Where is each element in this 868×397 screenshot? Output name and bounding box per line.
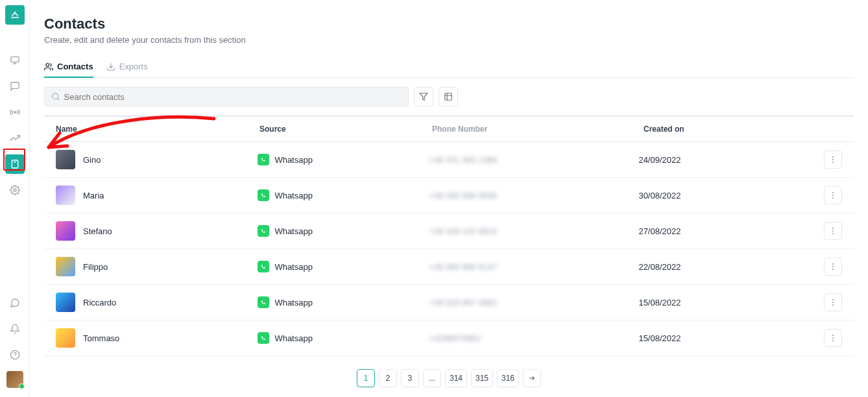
search-wrap xyxy=(44,87,409,106)
toolbar xyxy=(44,87,854,106)
contact-phone: +39 331 365 1388 xyxy=(429,155,638,165)
nav-settings-icon[interactable] xyxy=(5,180,25,200)
contact-phone: +3298970862 xyxy=(429,333,638,343)
nav-display-icon[interactable] xyxy=(5,51,25,70)
tabs: Contacts Exports xyxy=(44,56,854,78)
row-actions-button[interactable] xyxy=(824,329,842,347)
table-row[interactable]: Riccardo Whatsapp +39 529 897 0882 15/08… xyxy=(44,285,854,320)
contact-source: Whatsapp xyxy=(274,333,313,343)
columns-button[interactable] xyxy=(439,87,458,106)
row-actions-button[interactable] xyxy=(824,258,842,276)
svg-rect-2 xyxy=(12,160,18,168)
svg-rect-8 xyxy=(445,93,452,101)
contacts-table: Name Source Phone Number Created on Gino… xyxy=(44,115,854,356)
contact-avatar xyxy=(56,293,75,312)
more-vertical-icon xyxy=(828,226,838,235)
columns-icon xyxy=(444,92,453,101)
tab-exports-label: Exports xyxy=(119,62,148,71)
more-vertical-icon xyxy=(828,333,838,343)
contact-created: 15/08/2022 xyxy=(638,298,824,307)
page-next-button[interactable] xyxy=(523,369,541,387)
user-avatar[interactable] xyxy=(6,371,23,388)
whatsapp-icon xyxy=(258,225,269,237)
whatsapp-icon xyxy=(258,189,269,201)
svg-point-1 xyxy=(14,112,16,114)
contact-phone: +39 369 989 8147 xyxy=(429,262,638,272)
svg-point-14 xyxy=(832,197,834,198)
table-row[interactable]: Stefano Whatsapp +39 349 232 9815 27/08/… xyxy=(44,213,854,249)
contact-name: Filippo xyxy=(83,262,108,272)
table-row[interactable]: Maria Whatsapp +39 345 586 9555 30/08/20… xyxy=(44,178,854,213)
page-316-button[interactable]: 316 xyxy=(497,369,519,387)
svg-point-22 xyxy=(832,302,834,303)
svg-rect-0 xyxy=(11,57,19,62)
svg-point-19 xyxy=(832,266,834,267)
row-actions-button[interactable] xyxy=(824,150,842,169)
table-row[interactable]: Gino Whatsapp +39 331 365 1388 24/09/202… xyxy=(44,142,854,178)
contact-phone: +39 345 586 9555 xyxy=(429,191,638,200)
more-vertical-icon xyxy=(828,262,838,271)
page-3-button[interactable]: 3 xyxy=(401,369,419,387)
page-1-button[interactable]: 1 xyxy=(357,369,375,387)
contact-source: Whatsapp xyxy=(274,191,313,200)
app-logo xyxy=(5,5,25,25)
svg-point-20 xyxy=(832,269,834,270)
svg-point-12 xyxy=(832,192,834,193)
col-phone: Phone Number xyxy=(432,125,644,134)
contact-created: 27/08/2022 xyxy=(638,226,824,236)
contact-name: Tommaso xyxy=(83,333,119,343)
nav-help-icon[interactable] xyxy=(5,345,25,365)
contact-avatar xyxy=(56,150,75,169)
nav-chat-icon[interactable] xyxy=(5,77,25,96)
filter-button[interactable] xyxy=(414,87,433,106)
col-created: Created on xyxy=(644,125,830,134)
whatsapp-icon xyxy=(258,261,269,272)
contact-created: 30/08/2022 xyxy=(638,191,824,200)
svg-point-24 xyxy=(832,335,834,336)
filter-icon xyxy=(419,92,428,101)
page-315-button[interactable]: 315 xyxy=(471,369,493,387)
page-title: Contacts xyxy=(44,16,868,32)
nav-activity-icon[interactable] xyxy=(5,128,25,148)
contact-created: 15/08/2022 xyxy=(638,333,824,343)
svg-point-15 xyxy=(832,228,834,229)
svg-point-9 xyxy=(832,156,834,158)
contact-avatar xyxy=(56,257,75,276)
svg-point-25 xyxy=(832,337,834,339)
contact-name: Stefano xyxy=(83,226,112,236)
table-row[interactable]: Tommaso Whatsapp +3298970862 15/08/2022 xyxy=(44,320,854,356)
whatsapp-icon xyxy=(258,332,269,344)
download-icon xyxy=(106,62,115,71)
contact-name: Gino xyxy=(83,155,101,165)
table-row[interactable]: Filippo Whatsapp +39 369 989 8147 22/08/… xyxy=(44,249,854,285)
contact-avatar xyxy=(56,186,75,205)
svg-point-6 xyxy=(53,93,58,99)
contact-source: Whatsapp xyxy=(274,226,313,236)
nav-whatsapp-icon[interactable] xyxy=(5,293,25,313)
table-header-row: Name Source Phone Number Created on xyxy=(44,117,854,142)
nav-broadcast-icon[interactable] xyxy=(5,102,25,122)
svg-point-5 xyxy=(46,63,49,66)
contact-phone: +39 349 232 9815 xyxy=(429,226,638,236)
contact-name: Maria xyxy=(83,191,104,200)
row-actions-button[interactable] xyxy=(824,293,842,311)
svg-point-13 xyxy=(832,195,834,196)
row-actions-button[interactable] xyxy=(824,222,842,240)
page-ellipsis: ... xyxy=(423,369,441,387)
whatsapp-icon xyxy=(258,154,269,165)
contact-avatar xyxy=(56,221,75,241)
chevron-right-icon xyxy=(528,374,536,382)
col-name: Name xyxy=(56,125,259,134)
tab-contacts[interactable]: Contacts xyxy=(44,56,93,78)
svg-marker-7 xyxy=(420,93,428,101)
contact-created: 24/09/2022 xyxy=(638,155,824,165)
search-input[interactable] xyxy=(64,92,402,102)
nav-contacts-icon[interactable] xyxy=(5,154,25,174)
tab-exports[interactable]: Exports xyxy=(106,56,148,78)
nav-notifications-icon[interactable] xyxy=(5,319,25,339)
page-314-button[interactable]: 314 xyxy=(445,369,467,387)
svg-point-26 xyxy=(832,340,834,341)
row-actions-button[interactable] xyxy=(824,186,842,204)
contact-avatar xyxy=(56,328,75,348)
page-2-button[interactable]: 2 xyxy=(379,369,397,387)
